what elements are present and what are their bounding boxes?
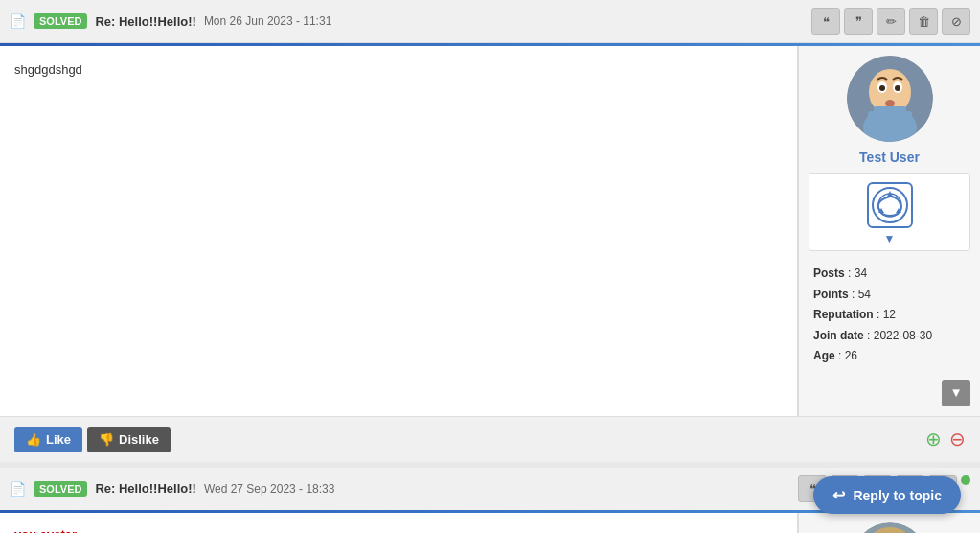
post-1-date: Mon 26 Jun 2023 - 11:31 [204,14,331,28]
dislike-button[interactable]: 👎 Dislike [87,427,171,452]
reply-arrow-icon: ↩ [832,486,845,504]
delete-btn[interactable]: 🗑 [909,8,938,35]
stat-age: Age : 26 [813,346,966,367]
reputation-label: Reputation [813,308,874,321]
post-1: 📄 SOLVED Re: Hello!!Hello!! Mon 26 Jun 2… [0,0,980,462]
user-1-sidebar: Test User [798,46,980,416]
post-1-header: 📄 SOLVED Re: Hello!!Hello!! Mon 26 Jun 2… [0,0,980,43]
badge-svg [866,181,914,229]
solved-badge-1: SOLVED [34,13,87,29]
stat-posts: Posts : 34 [813,264,966,285]
user-2-sidebar [798,513,980,533]
thumb-down-icon: 👎 [99,432,114,447]
svg-point-6 [895,85,900,91]
post-2-title[interactable]: Re: Hello!!Hello!! [95,481,195,496]
svg-rect-10 [868,183,912,227]
post-2-date: Wed 27 Sep 2023 - 18:33 [204,482,335,496]
rep-colon: : [877,308,883,321]
user-1-name[interactable]: Test User [859,150,920,165]
post-1-footer: 👍 Like 👎 Dislike ⊕ ⊖ [0,416,980,462]
vote-icons: ⊕ ⊖ [925,428,966,451]
post-1-actions: ❝ ❞ ✏ 🗑 ⊘ [811,8,970,35]
post-2-layout: you avatar [0,513,980,533]
posts-colon: : [848,266,855,280]
user-2-avatar [852,522,928,533]
solved-badge-2: SOLVED [34,481,87,497]
avatar-2-svg [852,522,928,533]
reputation-value: 12 [883,308,896,321]
badge-icon-container [866,181,914,229]
post-2-body: you avatar [0,513,798,533]
expand-stats-btn[interactable]: ▼ [942,380,970,406]
reply-button-label: Reply to topic [853,488,942,503]
quote-left-btn[interactable]: ❝ [811,8,840,35]
like-label: Like [46,432,71,447]
edit-btn[interactable]: ✏ [877,8,905,35]
user-1-avatar [847,56,933,142]
like-button[interactable]: 👍 Like [14,427,82,452]
thumb-up-icon: 👍 [26,432,41,447]
age-value: 26 [845,349,857,362]
avatar-1-svg [847,56,933,142]
post-1-layout: shgdgdshgd [0,46,980,416]
svg-point-5 [879,85,885,91]
age-colon: : [838,349,845,362]
vote-minus-btn[interactable]: ⊖ [949,428,966,451]
online-indicator [961,475,970,485]
dislike-label: Dislike [119,432,159,447]
badge-expand-arrow[interactable]: ▼ [884,232,896,245]
join-date-colon: : [867,329,874,342]
stat-points: Points : 54 [813,285,966,306]
post-icon: 📄 [10,13,26,29]
reply-to-topic-button[interactable]: ↩ Reply to topic [813,476,961,514]
post-1-content: shgdgdshgd [14,60,783,80]
user-1-badge-area: ▼ [809,173,970,251]
posts-label: Posts [813,266,845,280]
stat-reputation: Reputation : 12 [813,305,966,326]
report-btn[interactable]: ⊘ [942,8,970,35]
post-1-title[interactable]: Re: Hello!!Hello!! [95,14,195,29]
join-date-value: 2022-08-30 [874,329,932,342]
svg-rect-9 [874,106,906,114]
svg-point-7 [885,100,895,107]
user-1-stats: Posts : 34 Points : 54 Reputation : 12 [809,256,970,375]
vote-plus-btn[interactable]: ⊕ [925,428,942,451]
join-date-label: Join date [813,329,864,342]
quote-right-btn[interactable]: ❞ [844,8,873,35]
post-2-icon: 📄 [10,481,26,497]
age-label: Age [813,349,835,362]
post-2-content-text: you avatar [14,527,783,533]
points-label: Points [813,288,849,301]
posts-value: 34 [855,266,867,280]
page-wrapper: 📄 SOLVED Re: Hello!!Hello!! Mon 26 Jun 2… [0,0,980,533]
points-colon: : [852,288,858,301]
stat-join-date: Join date : 2022-08-30 [813,326,966,347]
post-1-body: shgdgdshgd [0,46,798,416]
expand-arrow-icon: ▼ [949,385,962,400]
points-value: 54 [858,288,871,301]
